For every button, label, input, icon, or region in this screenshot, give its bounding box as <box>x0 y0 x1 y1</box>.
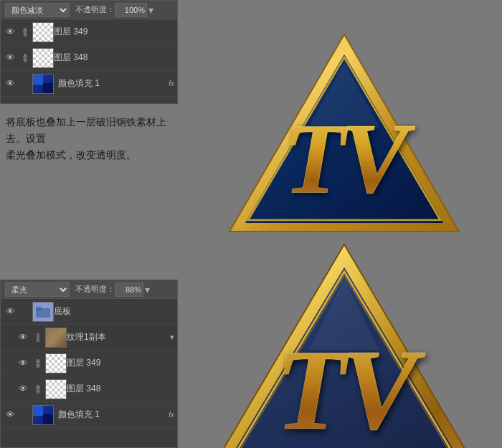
blend-mode-select-bottom[interactable]: 柔光 <box>5 282 70 297</box>
layer-name-348-bottom: 图层 348 <box>67 383 174 395</box>
svg-text:TV: TV <box>284 103 416 214</box>
texture-arrow: ▾ <box>170 333 174 342</box>
opacity-label-top: 不透明度： <box>75 4 115 15</box>
top-layers-panel: 颜色减淡 不透明度： ▾ 👁 图层 349 👁 图层 348 👁 颜 <box>0 0 178 104</box>
link-icon-348-top <box>19 52 31 64</box>
fx-icon-colorfill-top: fx <box>169 80 174 87</box>
link-icon-colorfill-top <box>19 78 31 90</box>
badge-bottom: TV TV TV <box>197 276 491 444</box>
opacity-input-bottom[interactable] <box>115 282 143 297</box>
fx-icon-colorfill-bottom: fx <box>169 411 174 419</box>
tv-badge-bottom-svg: TV TV TV <box>207 239 483 449</box>
thumb-348-top <box>32 48 54 68</box>
layer-name-texture: 纹理1副本 <box>67 331 167 343</box>
layer-row-348-bottom[interactable]: 👁 图层 348 <box>1 376 177 402</box>
eye-icon-colorfill-bottom[interactable]: 👁 <box>4 409 16 421</box>
eye-icon-349-bottom[interactable]: 👁 <box>16 357 29 370</box>
thumb-group-colorfill-top <box>32 74 54 94</box>
eye-icon-colorfill-top[interactable]: 👁 <box>4 77 16 90</box>
svg-rect-1 <box>36 308 42 311</box>
layer-name-349-bottom: 图层 349 <box>67 357 174 369</box>
eye-icon-group-diban[interactable]: 👁 <box>4 305 16 318</box>
layer-row-348-top[interactable]: 👁 图层 348 <box>1 45 177 71</box>
layer-name-group-diban: 底板 <box>54 305 174 318</box>
bottom-layers-panel: 柔光 不透明度： ▾ 👁 底板 👁 纹理1副本 ▾ 👁 <box>0 280 178 448</box>
thumb-349-bottom <box>45 353 67 373</box>
thumb-group-colorfill-bottom <box>32 405 54 425</box>
layer-name-349-top: 图层 349 <box>54 26 174 38</box>
eye-icon-348-bottom[interactable]: 👁 <box>16 383 29 396</box>
layer-row-texture[interactable]: 👁 纹理1副本 ▾ <box>1 325 177 351</box>
bottom-panel-header: 柔光 不透明度： ▾ <box>1 280 177 299</box>
opacity-input-top[interactable] <box>115 3 147 17</box>
thumb-349-top <box>32 22 54 42</box>
text-section: 将底板也叠加上一层破旧钢铁素材上去。设置 柔光叠加模式，改变透明度。 <box>0 108 179 171</box>
layer-name-colorfill-top: 颜色填充 1 <box>58 77 166 90</box>
layer-row-group-diban[interactable]: 👁 底板 <box>1 299 177 325</box>
link-icon-texture <box>32 332 44 343</box>
opacity-label-bottom: 不透明度： <box>75 284 115 295</box>
link-icon-349-top <box>19 27 31 38</box>
thumb-folder-diban <box>32 302 54 322</box>
opacity-arrow-top[interactable]: ▾ <box>148 4 153 16</box>
layer-row-colorfill-top[interactable]: 👁 颜色填充 1 fx <box>1 71 177 97</box>
eye-icon-348-top[interactable]: 👁 <box>4 52 16 65</box>
thumb-348-bottom <box>45 379 67 399</box>
text-line2: 柔光叠加模式，改变透明度。 <box>6 148 174 164</box>
link-icon-348-bottom <box>32 383 44 395</box>
top-panel-header: 颜色减淡 不透明度： ▾ <box>1 1 177 19</box>
layer-row-349-bottom[interactable]: 👁 图层 349 <box>1 351 177 376</box>
link-icon-group <box>19 306 31 318</box>
layer-name-colorfill-bottom: 颜色填充 1 <box>58 409 166 421</box>
opacity-arrow-bottom[interactable]: ▾ <box>145 284 150 295</box>
layer-row-colorfill-bottom[interactable]: 👁 颜色填充 1 fx <box>1 402 177 428</box>
link-icon-349-bottom <box>32 358 44 369</box>
layer-name-348-top: 图层 348 <box>54 52 174 64</box>
text-line1: 将底板也叠加上一层破旧钢铁素材上去。设置 <box>6 115 174 148</box>
badge-top: TV TV <box>197 4 491 272</box>
link-icon-colorfill-bottom <box>19 409 31 421</box>
layer-row-349-top[interactable]: 👁 图层 349 <box>1 19 177 45</box>
tv-badge-top-svg: TV TV <box>222 27 466 249</box>
thumb-texture <box>45 328 67 348</box>
svg-text:TV: TV <box>275 326 425 449</box>
eye-icon-texture[interactable]: 👁 <box>16 331 29 344</box>
eye-icon-349-top[interactable]: 👁 <box>4 26 16 39</box>
blend-mode-select-top[interactable]: 颜色减淡 <box>5 3 70 17</box>
